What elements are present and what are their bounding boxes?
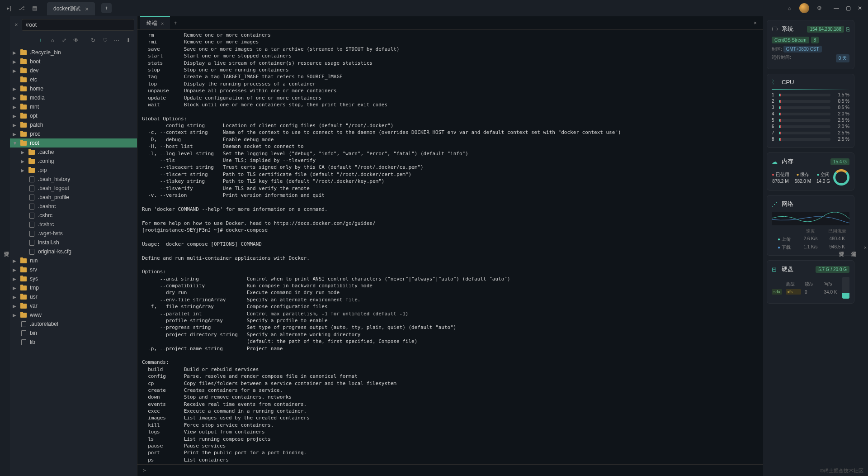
view-button[interactable]: 👁 [71, 35, 81, 45]
chevron-icon[interactable]: ▶ [13, 86, 17, 91]
terminal-input-row[interactable]: > [137, 464, 763, 476]
path-input[interactable] [22, 19, 134, 31]
expand-button[interactable]: ⤢ [59, 35, 69, 45]
file-item[interactable]: .bash_logout [10, 184, 137, 193]
chevron-icon[interactable]: ▶ [13, 304, 17, 309]
chevron-icon[interactable]: ▶ [13, 123, 17, 128]
close-icon[interactable]: × [161, 21, 164, 26]
folder-item[interactable]: ▶dev [10, 66, 137, 75]
file-icon [28, 203, 35, 209]
file-item[interactable]: original-ks.cfg [10, 247, 137, 256]
terminal-output[interactable]: rm Remove one or more containers rmi Rem… [137, 30, 763, 464]
file-item[interactable]: .bashrc [10, 202, 137, 211]
item-label: sys [30, 276, 38, 282]
folder-item[interactable]: ▶proc [10, 129, 137, 138]
folder-item[interactable]: ▶www [10, 310, 137, 319]
chevron-icon[interactable]: ▶ [13, 132, 17, 137]
folder-item[interactable]: ▶srv [10, 265, 137, 274]
search-icon[interactable]: ⌕ [785, 4, 794, 13]
folder-item[interactable]: ▶run [10, 256, 137, 265]
file-item[interactable]: bin [10, 328, 137, 338]
activity-file-manager[interactable]: 文件管理 [3, 246, 10, 249]
folder-item[interactable]: ▶patch [10, 120, 137, 129]
chevron-icon[interactable]: ▶ [13, 59, 17, 64]
folder-item[interactable]: ▶.Recycle_bin [10, 48, 137, 57]
cpu-core-row: 42.0 % [772, 111, 849, 116]
folder-item[interactable]: ▶home [10, 84, 137, 93]
close-panel-icon[interactable]: × [863, 243, 868, 252]
cpu-core-row: 82.5 % [772, 137, 849, 142]
file-tree[interactable]: ▶.Recycle_bin▶boot▶devetc▶home▶media▶mnt… [10, 47, 137, 476]
item-label: usr [30, 294, 38, 300]
add-terminal-button[interactable]: + [170, 18, 180, 28]
chevron-icon[interactable]: ▶ [13, 313, 17, 318]
folder-item[interactable]: ▼root [10, 138, 137, 148]
folder-item[interactable]: ▶.config [10, 157, 137, 166]
folder-item[interactable]: ▶boot [10, 57, 137, 66]
chevron-icon[interactable]: ▶ [21, 168, 25, 173]
chevron-icon[interactable]: ▶ [13, 68, 17, 73]
chevron-icon[interactable]: ▶ [21, 150, 25, 155]
chevron-icon[interactable]: ▶ [13, 295, 17, 300]
chevron-icon[interactable]: ▶ [13, 50, 17, 55]
file-item[interactable]: .bash_profile [10, 193, 137, 202]
chevron-icon[interactable]: ▶ [13, 95, 17, 100]
refresh-button[interactable]: ↻ [88, 35, 98, 45]
activity-perf-monitor[interactable]: 性能监测 [850, 246, 857, 249]
folder-item[interactable]: ▶.pip [10, 166, 137, 175]
home-button[interactable]: ⌂ [47, 35, 57, 45]
nav-back-icon[interactable]: ▸] [5, 4, 14, 13]
file-item[interactable]: .autorelabel [10, 319, 137, 328]
chevron-icon[interactable]: ▶ [13, 276, 17, 281]
item-label: etc [30, 76, 37, 83]
file-item[interactable]: .cshrc [10, 211, 137, 220]
favorite-button[interactable]: ♡ [100, 35, 110, 45]
folder-item[interactable]: ▶sys [10, 274, 137, 283]
file-item[interactable]: lib [10, 338, 137, 347]
new-button[interactable]: + [36, 35, 46, 45]
folder-item[interactable]: ▶var [10, 301, 137, 310]
close-button[interactable]: ✕ [856, 5, 863, 12]
minimize-button[interactable]: — [833, 5, 840, 12]
add-tab-button[interactable]: + [101, 3, 112, 13]
gear-icon[interactable]: ⚙ [815, 4, 824, 13]
maximize-button[interactable]: ▢ [844, 5, 852, 12]
chevron-icon[interactable]: ▶ [21, 159, 25, 164]
disk-icon: ⊟ [772, 266, 779, 273]
avatar[interactable] [799, 3, 809, 13]
nav-branch-icon[interactable]: ⎇ [17, 4, 26, 13]
copy-icon[interactable]: ⎘ [846, 26, 849, 33]
window-tab[interactable]: docker测试 × [47, 2, 95, 15]
chevron-icon[interactable]: ▶ [13, 258, 17, 263]
close-icon[interactable]: × [85, 5, 89, 13]
file-item[interactable]: .bash_history [10, 175, 137, 184]
folder-item[interactable]: ▶tmp [10, 283, 137, 292]
download-button[interactable]: ⬇ [123, 35, 133, 45]
terminal-tab[interactable]: 终端 × [140, 16, 170, 29]
file-panel: × + ⌂ ⤢ 👁 ↻ ♡ ⋯ ⬇ ▶.Recycle_bin▶boot▶dev… [10, 16, 137, 476]
nav-list-icon[interactable]: ▤ [30, 4, 39, 13]
chevron-icon[interactable]: ▶ [13, 105, 17, 109]
path-close-icon[interactable]: × [13, 22, 20, 28]
folder-item[interactable]: etc [10, 75, 137, 84]
activity-file-manager-r[interactable]: 文件管理 [838, 246, 845, 249]
folder-item[interactable]: ▶mnt [10, 102, 137, 111]
chevron-icon[interactable]: ▶ [13, 267, 17, 272]
chevron-icon[interactable]: ▶ [13, 286, 17, 290]
chevron-icon[interactable]: ▼ [13, 141, 17, 146]
file-item[interactable]: .tcshrc [10, 220, 137, 229]
folder-item[interactable]: ▶.cache [10, 148, 137, 157]
close-all-button[interactable]: × [750, 18, 760, 28]
item-label: boot [30, 58, 40, 65]
chevron-icon[interactable]: ▶ [13, 114, 17, 119]
more-button[interactable]: ⋯ [112, 35, 122, 45]
file-item[interactable]: .wget-hsts [10, 229, 137, 238]
folder-icon [20, 122, 27, 128]
folder-item[interactable]: ▶opt [10, 111, 137, 120]
folder-item[interactable]: ▶media [10, 93, 137, 102]
folder-item[interactable]: ▶usr [10, 292, 137, 301]
file-item[interactable]: install.sh [10, 238, 137, 247]
watermark: ©稀土掘金技术社区 [820, 467, 863, 474]
file-icon [28, 185, 35, 191]
item-label: .bashrc [38, 203, 56, 209]
